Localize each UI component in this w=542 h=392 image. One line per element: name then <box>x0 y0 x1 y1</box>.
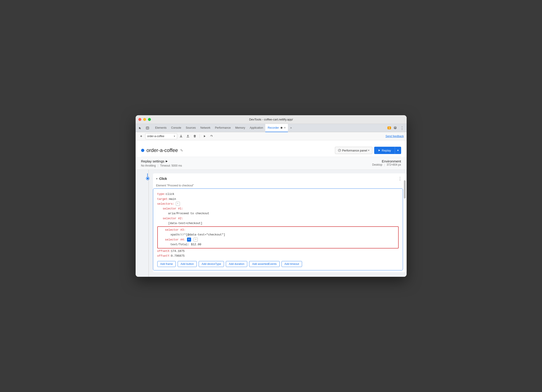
performance-panel-button[interactable]: Performance panel ▾ <box>335 147 372 154</box>
dropdown-chevron-icon: ▾ <box>174 135 175 138</box>
main-content: order-a-coffee ✎ Performance panel ▾ Rep… <box>136 140 406 157</box>
code-line-type: type: click <box>157 192 399 197</box>
window-title: DevTools - coffee-cart.netlify.app/ <box>249 118 293 121</box>
performance-icon <box>338 149 341 152</box>
notification-badge: 1 <box>387 126 391 129</box>
code-line-selector1-val: aria/Proceed to checkout <box>168 211 399 216</box>
code-line-selector2: selector #2: <box>163 216 399 221</box>
step-marker-top <box>147 173 148 177</box>
code-block: type: click target: main selectors: ↖ se… <box>153 188 403 270</box>
screenshot-icon[interactable] <box>145 125 150 131</box>
step-over-button[interactable] <box>208 133 214 139</box>
more-options-icon[interactable]: ⋮ <box>399 125 405 131</box>
tab-performance[interactable]: Performance <box>213 124 233 132</box>
add-device-type-button[interactable]: Add deviceType <box>199 261 224 267</box>
recording-header: order-a-coffee ✎ Performance panel ▾ Rep… <box>141 144 401 157</box>
settings-icon[interactable] <box>392 125 398 131</box>
settings-expand-icon: ▶ <box>166 160 168 163</box>
step-indicator-dot <box>146 177 149 180</box>
selector4-controls: + − <box>187 237 198 242</box>
import-button[interactable] <box>185 133 191 139</box>
svg-point-2 <box>281 127 282 129</box>
replay-play-icon <box>378 149 381 152</box>
edit-title-icon[interactable]: ✎ <box>180 148 183 153</box>
tab-right-area: 1 ⋮ <box>387 125 405 131</box>
code-line-offsetX: offsetX: 174.1875 <box>157 249 399 254</box>
tab-sources[interactable]: Sources <box>184 124 198 132</box>
replay-dropdown-button[interactable]: ▾ <box>395 147 401 154</box>
code-line-selector4-val: text/Total: $12.00 <box>171 242 396 247</box>
settings-bar: Replay settings ▶ No throttling | Timeou… <box>136 157 406 170</box>
step-subtitle: Element "Proceed to checkout" <box>153 184 406 188</box>
cursor-icon[interactable] <box>137 125 143 131</box>
add-timeout-button[interactable]: Add timeout <box>282 261 302 267</box>
step-connector-line <box>148 170 149 277</box>
environment-subtitle: Desktop | 372×804 px <box>372 163 401 166</box>
action-buttons-row: Add frame Add button Add deviceType Add … <box>157 261 399 267</box>
devtools-window: DevTools - coffee-cart.netlify.app/ Elem… <box>136 115 406 277</box>
recording-title-area: order-a-coffee ✎ <box>141 147 183 153</box>
step-wrapper: ▾ Click ⋮ Element "Proceed to checkout" … <box>153 173 406 272</box>
toolbar: + order-a-coffee ▾ Send feedback <box>136 132 406 140</box>
step-header: ▾ Click ⋮ <box>153 173 406 184</box>
add-asserted-events-button[interactable]: Add assertedEvents <box>249 261 279 267</box>
step-title-row: ▾ Click <box>156 177 167 181</box>
replay-button[interactable]: Replay <box>374 147 395 154</box>
play-button[interactable] <box>202 133 207 139</box>
perf-dropdown-icon: ▾ <box>368 149 369 152</box>
selector-icon[interactable]: ↖ <box>176 202 180 206</box>
tab-more[interactable]: » <box>288 124 294 132</box>
tab-elements[interactable]: Elements <box>153 124 169 132</box>
env-divider: | <box>384 163 385 166</box>
code-line-selectors: selectors: ↖ <box>157 202 399 206</box>
tab-application[interactable]: Application <box>248 124 266 132</box>
minimize-button[interactable] <box>143 118 146 121</box>
tab-memory[interactable]: Memory <box>233 124 247 132</box>
tab-icons <box>137 125 150 131</box>
delete-button[interactable] <box>192 133 198 139</box>
close-button[interactable] <box>138 118 141 121</box>
scrollbar-track <box>404 173 406 277</box>
selector-add-button[interactable]: + <box>187 237 191 242</box>
recording-title: order-a-coffee <box>146 147 178 153</box>
settings-divider: | <box>157 164 158 167</box>
steps-area: ▾ Click ⋮ Element "Proceed to checkout" … <box>136 170 406 277</box>
code-line-selector3: selector #3: <box>165 228 396 232</box>
step-item-click: ▾ Click ⋮ Element "Proceed to checkout" … <box>153 173 406 272</box>
header-buttons: Performance panel ▾ Replay ▾ <box>335 147 401 154</box>
scrollbar-thumb[interactable] <box>404 180 406 199</box>
recording-selector[interactable]: order-a-coffee ▾ <box>145 133 177 139</box>
toolbar-separator <box>200 134 200 138</box>
step-expand-icon[interactable]: ▾ <box>156 177 157 180</box>
recorder-tab-close[interactable]: × <box>284 126 286 129</box>
traffic-lights <box>138 118 151 121</box>
code-line-selector3-val: xpath///*[@data-test="checkout"] <box>171 232 396 237</box>
code-line-offsetY: offsetY: 9.796875 <box>157 254 399 258</box>
replay-settings-title[interactable]: Replay settings ▶ <box>141 159 182 163</box>
step-more-button[interactable]: ⋮ <box>396 176 403 182</box>
settings-subtitle: No throttling | Timeout: 5000 ms <box>141 164 182 167</box>
devtools-tabs-bar: Elements Console Sources Network Perform… <box>136 124 406 132</box>
add-button-button[interactable]: Add button <box>178 261 197 267</box>
new-recording-button[interactable]: + <box>138 133 144 139</box>
svg-rect-1 <box>147 127 148 129</box>
title-bar: DevTools - coffee-cart.netlify.app/ <box>136 115 406 124</box>
send-feedback-link[interactable]: Send feedback <box>385 135 404 138</box>
step-type-label: Click <box>159 177 167 181</box>
tab-recorder[interactable]: Recorder × <box>265 124 288 132</box>
environment-title: Environment <box>372 159 401 163</box>
code-line-selector1: selector #1: <box>163 206 399 211</box>
tab-console[interactable]: Console <box>169 124 184 132</box>
code-line-target: target: main <box>157 197 399 202</box>
settings-right: Environment Desktop | 372×804 px <box>372 159 401 166</box>
maximize-button[interactable] <box>148 118 151 121</box>
tab-network[interactable]: Network <box>198 124 213 132</box>
export-button[interactable] <box>178 133 184 139</box>
add-frame-button[interactable]: Add frame <box>157 261 176 267</box>
recording-status-dot <box>141 149 144 152</box>
replay-button-group: Replay ▾ <box>374 147 401 154</box>
selector-highlight-box: selector #3: xpath///*[@data-test="check… <box>157 226 399 248</box>
selector-remove-button[interactable]: − <box>194 237 198 242</box>
add-duration-button[interactable]: Add duration <box>226 261 247 267</box>
settings-left: Replay settings ▶ No throttling | Timeou… <box>141 159 182 167</box>
